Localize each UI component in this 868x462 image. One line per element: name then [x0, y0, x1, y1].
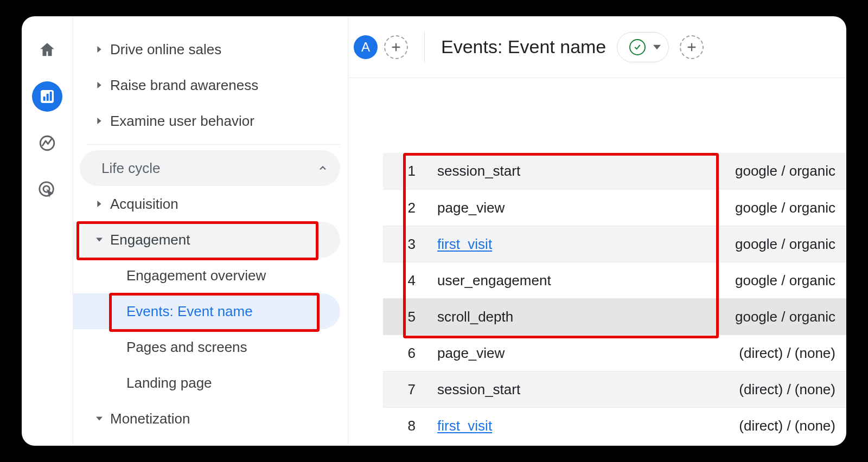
- sidebar-item-label: Drive online sales: [110, 41, 340, 58]
- svg-rect-1: [43, 97, 46, 101]
- event-name: scroll_depth: [437, 309, 600, 325]
- event-source: (direct) / (none): [600, 381, 835, 398]
- explore-icon[interactable]: [32, 128, 62, 158]
- row-index: 2: [405, 200, 437, 216]
- sidebar-item-label: Pages and screens: [126, 339, 340, 356]
- caret-right-icon: [88, 201, 110, 207]
- event-name[interactable]: first_visit: [437, 236, 600, 253]
- sidebar-item-brand-awareness[interactable]: Raise brand awareness: [73, 67, 340, 103]
- table-row[interactable]: 6page_view(direct) / (none): [383, 335, 846, 371]
- sidebar-item-label: Engagement: [110, 232, 340, 248]
- event-source: (direct) / (none): [600, 418, 835, 434]
- table-row[interactable]: 5scroll_depthgoogle / organic: [383, 298, 846, 335]
- caret-right-icon: [88, 46, 110, 53]
- event-source: google / organic: [600, 236, 835, 253]
- event-source: google / organic: [600, 163, 835, 179]
- comparison-chip[interactable]: A: [354, 35, 378, 59]
- sidebar: Drive online sales Raise brand awareness…: [73, 16, 348, 446]
- sidebar-item-label: Acquisition: [110, 196, 340, 213]
- divider: [424, 32, 425, 62]
- row-index: 6: [405, 345, 437, 362]
- sidebar-item-label: Landing page: [126, 375, 340, 392]
- row-index: 1: [405, 163, 437, 179]
- svg-rect-2: [47, 94, 49, 101]
- check-circle-icon: [629, 39, 646, 55]
- sidebar-item-label: Engagement overview: [126, 267, 340, 284]
- caret-down-icon: [88, 415, 110, 422]
- event-source: google / organic: [600, 200, 835, 216]
- sidebar-item-label: Events: Event name: [126, 303, 340, 320]
- divider: [86, 144, 340, 145]
- sidebar-item-pages[interactable]: Pages and screens: [73, 329, 340, 365]
- svg-rect-3: [50, 92, 52, 101]
- sidebar-item-events[interactable]: Events: Event name: [73, 293, 340, 329]
- section-label: Life cycle: [101, 160, 317, 177]
- caret-down-icon: [88, 236, 110, 243]
- sidebar-item-engagement[interactable]: Engagement: [73, 222, 340, 258]
- event-name: page_view: [437, 345, 600, 362]
- page-title: Events: Event name: [441, 36, 606, 57]
- chevron-up-icon: [317, 163, 328, 174]
- table-row[interactable]: 7session_start(direct) / (none): [383, 371, 846, 407]
- event-name: session_start: [437, 381, 600, 398]
- caret-right-icon: [88, 82, 110, 88]
- row-index: 3: [405, 236, 437, 253]
- table-row[interactable]: 3first_visitgoogle / organic: [383, 226, 846, 262]
- reports-icon[interactable]: [32, 81, 62, 112]
- caret-right-icon: [88, 118, 110, 124]
- event-name: session_start: [437, 163, 600, 179]
- target-icon[interactable]: [32, 175, 62, 205]
- event-source: (direct) / (none): [600, 345, 835, 362]
- event-source: google / organic: [600, 272, 835, 289]
- event-source: google / organic: [600, 309, 835, 325]
- sidebar-item-acquisition[interactable]: Acquisition: [73, 186, 340, 222]
- row-index: 4: [405, 272, 437, 289]
- sidebar-item-user-behavior[interactable]: Examine user behavior: [73, 103, 340, 139]
- table-row[interactable]: 1session_startgoogle / organic: [383, 153, 846, 189]
- table-row[interactable]: 8first_visit(direct) / (none): [383, 407, 846, 444]
- event-name: user_engagement: [437, 272, 600, 289]
- add-comparison-button[interactable]: [384, 35, 408, 59]
- row-index: 8: [405, 418, 437, 434]
- sidebar-item-label: Examine user behavior: [110, 113, 340, 130]
- sidebar-item-label: Raise brand awareness: [110, 77, 340, 94]
- main: A Events: Event name 1session_startgoogl…: [348, 16, 846, 446]
- icon-rail: [22, 16, 73, 446]
- dimension-pill[interactable]: [617, 32, 669, 62]
- home-icon[interactable]: [32, 35, 62, 65]
- topbar: A Events: Event name: [348, 16, 846, 78]
- content-area: 1session_startgoogle / organic2page_view…: [348, 78, 846, 446]
- events-table: 1session_startgoogle / organic2page_view…: [383, 153, 846, 444]
- add-dimension-button[interactable]: [680, 35, 704, 59]
- caret-down-icon: [653, 43, 661, 51]
- event-name: page_view: [437, 200, 600, 216]
- row-index: 7: [405, 381, 437, 398]
- row-index: 5: [405, 309, 437, 325]
- table-row[interactable]: 4user_engagementgoogle / organic: [383, 262, 846, 298]
- sidebar-item-drive-sales[interactable]: Drive online sales: [73, 31, 340, 67]
- sidebar-item-monetization[interactable]: Monetization: [73, 401, 340, 437]
- sidebar-item-label: Monetization: [110, 410, 340, 427]
- sidebar-item-landing[interactable]: Landing page: [73, 365, 340, 401]
- event-name[interactable]: first_visit: [437, 418, 600, 434]
- sidebar-item-engagement-overview[interactable]: Engagement overview: [73, 258, 340, 293]
- section-life-cycle[interactable]: Life cycle: [80, 150, 340, 186]
- app-frame: Drive online sales Raise brand awareness…: [22, 16, 846, 446]
- table-row[interactable]: 2page_viewgoogle / organic: [383, 189, 846, 226]
